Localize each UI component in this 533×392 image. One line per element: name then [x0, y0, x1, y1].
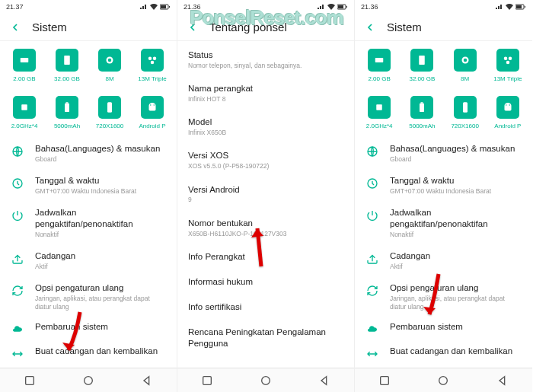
nav-back[interactable]	[139, 372, 155, 389]
setting-item[interactable]: ModelInfinix X650B	[177, 110, 354, 143]
setting-item[interactable]: Jadwalkan pengaktifan/penonaktifanNonakt…	[355, 201, 532, 244]
update-icon	[11, 323, 24, 336]
setting-title: Tanggal & waktu	[390, 175, 522, 186]
screen-1-sistem: 21.37 Sistem 2.00 GB32.00 GB8M13M Triple…	[0, 0, 177, 392]
setting-title: Info sertifikasi	[188, 301, 343, 313]
update-icon	[365, 323, 379, 336]
screen-header: Sistem	[355, 14, 532, 41]
svg-point-14	[150, 104, 152, 106]
nav-home[interactable]	[435, 372, 452, 389]
setting-subtitle: Infinix X650B	[188, 129, 343, 136]
svg-rect-24	[203, 376, 211, 384]
setting-subtitle: Gboard	[35, 155, 166, 163]
setting-item[interactable]: Info Perangkat	[177, 244, 354, 269]
svg-rect-19	[25, 376, 34, 384]
setting-item[interactable]: Buat cadangan dan kembalikan	[0, 341, 177, 365]
spec-camera[interactable]: 8M	[445, 49, 485, 82]
setting-item[interactable]: Versi Android9	[177, 177, 354, 211]
nav-recents[interactable]	[376, 372, 393, 389]
back-icon[interactable]	[362, 20, 378, 35]
spec-camera[interactable]: 8M	[90, 49, 129, 82]
spec-android[interactable]: Android P	[488, 96, 528, 129]
setting-item[interactable]: Opsi pengaturan ulangJaringan, aplikasi,…	[355, 276, 532, 316]
reset-icon	[11, 284, 24, 298]
setting-title: Opsi pengaturan ulang	[35, 282, 166, 294]
back-icon[interactable]	[8, 20, 23, 35]
nav-bar	[355, 368, 532, 392]
backup-icon	[365, 252, 379, 266]
screen-3-sistem-dev: 21.36 Sistem 2.00 GB32.00 GB8M13M Triple…	[355, 0, 532, 392]
setting-title: Rencana Peningkatan Pengalaman Pengguna	[188, 327, 343, 349]
spec-row-2: 2.0GHz*45000mAh720X1600Android P	[355, 88, 532, 135]
spec-row-1: 2.00 GB32.00 GB8M13M Triple	[355, 41, 532, 88]
setting-item[interactable]: Pembaruan sistem	[355, 317, 532, 341]
setting-item[interactable]: Informasi hukum	[177, 269, 354, 295]
setting-item[interactable]: Rencana Peningkatan Pengalaman Pengguna	[177, 320, 354, 356]
setting-item[interactable]: Versi XOSXOS v5.5.0 (P-P58-190722)	[177, 143, 354, 177]
setting-subtitle: Infinix HOT 8	[188, 95, 343, 103]
nav-recents[interactable]	[21, 372, 38, 389]
nav-home[interactable]	[80, 372, 97, 389]
spec-label: 2.0GHz*4	[11, 123, 38, 129]
battery-icon	[410, 96, 433, 119]
setting-item[interactable]: Nama perangkatInfinix HOT 8	[177, 76, 354, 110]
setting-item[interactable]: Nomor bentukanX650B-H6110JKO-P-191127V30…	[177, 211, 354, 244]
nav-back[interactable]	[316, 372, 333, 389]
setting-item[interactable]: Pembaruan sistem	[0, 317, 177, 341]
spec-cpu[interactable]: 2.0GHz*4	[5, 96, 44, 129]
cpu-icon	[368, 96, 391, 119]
camera-icon	[98, 49, 121, 72]
spec-label: 2.00 GB	[13, 75, 35, 82]
svg-point-32	[463, 59, 467, 62]
setting-item[interactable]: Bahasa(Languages) & masukanGboard	[355, 137, 532, 169]
back-icon[interactable]	[185, 20, 200, 35]
spec-label: 8M	[461, 75, 469, 82]
setting-item[interactable]: StatusNomor telepon, sinyal, dan sebagai…	[177, 43, 354, 76]
spec-label: 5000mAh	[409, 123, 435, 129]
nav-home[interactable]	[257, 372, 274, 389]
spec-screen[interactable]: 720X1600	[90, 96, 129, 129]
backup-icon	[11, 252, 24, 266]
spec-storage[interactable]: 32.00 GB	[47, 49, 87, 82]
setting-item[interactable]: CadanganAktif	[0, 244, 177, 276]
svg-point-7	[148, 57, 152, 61]
setting-title: Status	[188, 49, 343, 61]
svg-rect-11	[65, 104, 69, 112]
setting-item[interactable]: CadanganAktif	[355, 244, 532, 276]
setting-item[interactable]: Bahasa(Languages) & masukanGboard	[0, 137, 177, 169]
spec-label: 32.00 GB	[409, 75, 435, 82]
nav-bar	[0, 368, 177, 392]
clock-icon	[11, 177, 24, 190]
spec-cpu[interactable]: 2.0GHz*4	[359, 96, 399, 129]
spec-label: 13M Triple	[493, 75, 522, 82]
svg-rect-36	[376, 104, 382, 110]
spec-label: 5000mAh	[54, 123, 80, 129]
header-title: Sistem	[32, 21, 67, 33]
setting-item[interactable]: Tanggal & waktuGMT+07:00 Waktu Indonesia…	[0, 169, 177, 201]
setting-item[interactable]: Tanggal & waktuGMT+07:00 Waktu Indonesia…	[355, 169, 532, 201]
clock-icon	[365, 177, 379, 190]
setting-item[interactable]: Jadwalkan pengaktifan/penonaktifanNonakt…	[0, 201, 177, 244]
spec-label: 720X1600	[96, 123, 123, 129]
setting-subtitle: GMT+07:00 Waktu Indonesia Barat	[35, 187, 166, 195]
spec-ram[interactable]: 2.00 GB	[5, 49, 44, 82]
spec-android[interactable]: Android P	[132, 96, 172, 129]
nav-recents[interactable]	[199, 372, 215, 389]
spec-storage[interactable]: 32.00 GB	[402, 49, 442, 82]
spec-triple[interactable]: 13M Triple	[132, 49, 172, 82]
spec-triple[interactable]: 13M Triple	[488, 49, 528, 82]
spec-battery[interactable]: 5000mAh	[47, 96, 87, 129]
setting-item[interactable]: Info sertifikasi	[177, 295, 354, 320]
svg-point-20	[85, 376, 93, 384]
nav-back[interactable]	[494, 372, 511, 389]
spec-screen[interactable]: 720X1600	[445, 96, 485, 129]
screen-icon	[98, 96, 121, 119]
screen-icon	[454, 96, 477, 119]
spec-ram[interactable]: 2.00 GB	[359, 49, 399, 82]
setting-item[interactable]: Opsi pengaturan ulangJaringan, aplikasi,…	[0, 276, 177, 316]
setting-item[interactable]: Buat cadangan dan kembalikan	[355, 341, 532, 365]
setting-subtitle: Nonaktif	[390, 231, 522, 238]
setting-title: Bahasa(Languages) & masukan	[390, 143, 522, 155]
spec-battery[interactable]: 5000mAh	[402, 96, 442, 129]
android-icon	[141, 96, 164, 119]
